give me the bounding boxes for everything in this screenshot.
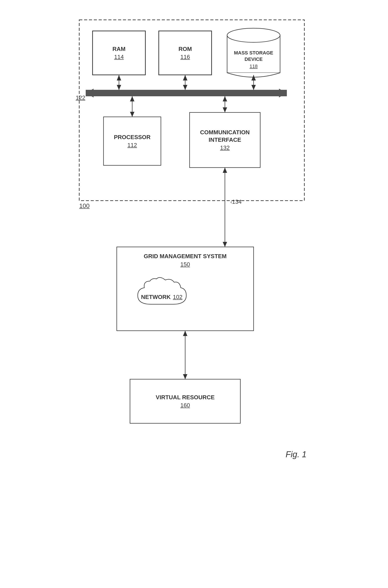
svg-marker-9 [117, 75, 121, 81]
grid-management-label: GRID MANAGEMENT SYSTEM [144, 253, 227, 260]
processor-label: PROCESSOR [114, 134, 150, 141]
mass-storage-number: 118 [250, 64, 258, 69]
virtual-resource-number: 160 [180, 402, 190, 409]
figure-title: Fig. 1 [286, 450, 307, 459]
network-label: NETWORK [141, 293, 170, 301]
connection-134-label: ‹134 [230, 198, 242, 205]
svg-marker-13 [183, 85, 187, 90]
svg-rect-5 [86, 90, 287, 96]
rom-label: ROM [179, 45, 192, 53]
ram-box: RAM 114 [93, 31, 146, 75]
svg-marker-12 [183, 75, 187, 81]
svg-marker-10 [117, 85, 121, 90]
diagram-svg [73, 13, 315, 587]
ram-label: RAM [112, 45, 125, 53]
rom-number: 116 [180, 54, 190, 60]
grid-management-number: 150 [180, 261, 190, 268]
bus-number: 122 [76, 94, 85, 101]
figure-label: Fig. 1 [286, 450, 307, 459]
svg-marker-30 [183, 331, 187, 336]
comm-interface-label: COMMUNICATION INTERFACE [190, 129, 260, 144]
comm-interface-box: COMMUNICATION INTERFACE 132 [190, 112, 260, 168]
mass-storage-box: MASS STORAGE DEVICE 118 [227, 38, 280, 82]
processor-number: 112 [127, 142, 137, 149]
svg-marker-7 [279, 89, 287, 97]
bus-label: 122 [76, 94, 85, 101]
ram-number: 114 [114, 54, 123, 60]
mass-storage-label: MASS STORAGE DEVICE [227, 50, 280, 62]
comm-interface-number: 132 [220, 144, 230, 151]
svg-marker-22 [223, 107, 227, 112]
connection-134: 134 [232, 198, 242, 205]
svg-marker-27 [223, 242, 227, 247]
svg-marker-21 [223, 96, 227, 101]
grid-management-box: GRID MANAGEMENT SYSTEM 150 [117, 250, 254, 268]
svg-marker-31 [183, 374, 187, 379]
svg-marker-16 [251, 85, 256, 90]
diagram-container: RAM 114 ROM 116 MASS STORAGE DEVICE 118 … [73, 13, 315, 575]
network-area: NETWORK 102 [141, 293, 183, 301]
processor-box: PROCESSOR 112 [103, 117, 161, 165]
svg-marker-18 [130, 96, 134, 101]
network-number: 102 [173, 294, 182, 301]
rom-box: ROM 116 [159, 31, 212, 75]
svg-marker-19 [130, 112, 134, 117]
virtual-resource-box: VIRTUAL RESOURCE 160 [130, 379, 240, 423]
virtual-resource-label: VIRTUAL RESOURCE [156, 394, 215, 401]
system-number: 100 [79, 202, 90, 209]
svg-marker-26 [223, 168, 227, 173]
svg-marker-6 [86, 89, 94, 97]
system-label: 100 [79, 202, 90, 209]
